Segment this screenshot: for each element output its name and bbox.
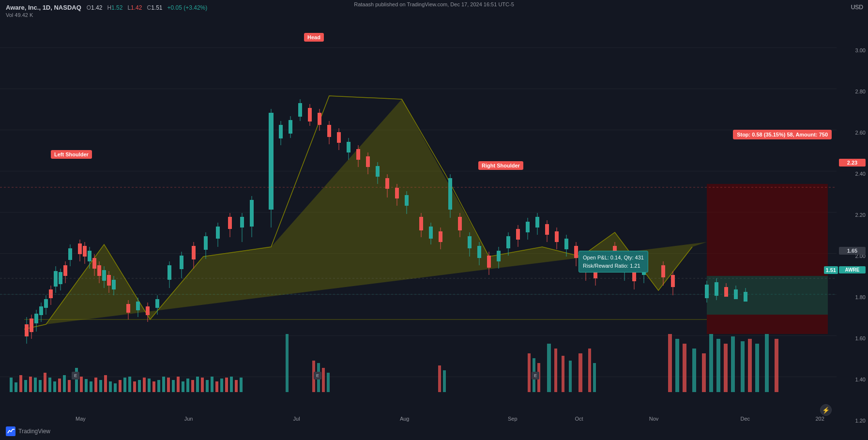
svg-rect-30 [138,380,141,392]
svg-rect-82 [775,339,778,392]
time-jun: Jun [184,416,193,422]
chart-svg [0,24,837,426]
svg-rect-188 [487,256,491,268]
svg-rect-182 [458,217,462,230]
svg-rect-158 [337,132,341,143]
svg-rect-162 [356,149,360,160]
svg-rect-98 [59,272,62,284]
svg-rect-76 [724,344,728,392]
svg-rect-96 [54,271,58,287]
svg-rect-128 [168,265,171,280]
svg-rect-160 [347,142,350,152]
svg-rect-114 [102,270,106,281]
svg-rect-29 [133,381,136,392]
svg-rect-112 [97,265,101,276]
svg-rect-75 [716,339,720,392]
svg-rect-174 [419,217,423,230]
svg-rect-226 [715,282,718,296]
svg-rect-40 [186,379,189,392]
time-may: May [76,416,86,422]
price-badge-2.23: 2.23 [839,159,866,167]
time-sep: Sep [508,416,518,422]
svg-rect-222 [671,275,675,287]
svg-rect-73 [702,353,706,392]
svg-rect-176 [429,227,433,239]
svg-rect-13 [53,381,56,392]
svg-rect-81 [765,334,769,392]
svg-rect-59 [528,353,531,392]
svg-rect-39 [182,381,184,392]
svg-rect-94 [49,289,53,298]
svg-rect-200 [545,224,549,235]
price-1.40: 1.40 [855,377,866,382]
svg-rect-142 [250,200,254,227]
svg-rect-45 [211,377,213,392]
event-marker-1: E [72,372,79,379]
svg-rect-9 [34,378,37,392]
svg-rect-69 [668,334,672,392]
svg-rect-67 [588,349,591,392]
svg-rect-86 [30,319,33,332]
svg-rect-166 [376,166,380,177]
svg-rect-6 [19,375,22,392]
svg-rect-228 [724,287,728,297]
svg-rect-42 [196,377,199,392]
svg-rect-232 [744,292,747,302]
svg-rect-18 [80,377,83,392]
stop-label: Stop: 0.58 (35.15%) 58, Amount: 750 [733,130,832,139]
time-aug: Aug [400,416,410,422]
svg-rect-144 [269,113,274,210]
svg-rect-184 [468,236,472,248]
svg-rect-19 [85,379,88,392]
svg-rect-138 [228,217,232,229]
svg-rect-15 [63,375,66,392]
svg-rect-132 [192,246,196,259]
chart-volume: Vol 49.42 K [6,12,207,18]
svg-rect-80 [755,344,759,392]
price-axis: 3.00 2.80 2.60 2.40 2.20 2.00 1.80 1.60 … [839,15,868,411]
svg-rect-43 [201,378,204,392]
price-badge-1.65: 1.65 [839,247,866,255]
svg-rect-224 [705,285,709,298]
svg-rect-78 [741,341,745,392]
svg-rect-33 [152,381,155,392]
lightning-icon[interactable]: ⚡ [820,404,832,416]
svg-rect-204 [564,239,568,249]
time-nov: Nov [649,416,659,422]
svg-rect-164 [366,156,370,167]
svg-rect-23 [104,375,107,392]
trade-pnl: Open P&L: 0.14, Qty: 431 [583,254,644,262]
time-oct: Oct [575,416,583,422]
svg-rect-100 [63,265,67,276]
tradingview-logo: TradingView [6,426,50,436]
ticker-badge: AWRE [839,266,866,273]
svg-rect-120 [126,304,130,313]
svg-rect-106 [83,246,87,257]
svg-rect-178 [439,231,442,242]
svg-rect-154 [318,113,321,125]
svg-rect-26 [119,380,122,392]
svg-rect-46 [215,381,218,392]
svg-rect-27 [123,378,126,392]
svg-rect-156 [327,125,331,137]
svg-rect-122 [136,302,140,310]
svg-rect-104 [78,243,82,254]
price-2.80: 2.80 [855,89,866,94]
tv-logo-text: TradingView [18,428,50,435]
svg-rect-84 [25,324,29,336]
trade-info-box: Open P&L: 0.14, Qty: 431 Risk/Reward Rat… [579,251,648,273]
svg-rect-20 [90,381,92,392]
event-marker-3: E [532,372,539,379]
svg-rect-48 [225,378,228,392]
svg-rect-8 [29,377,32,392]
chart-container: Rataash published on TradingView.com, De… [0,0,868,440]
svg-rect-50 [235,380,238,392]
svg-rect-90 [39,306,43,315]
price-2.20: 2.20 [855,212,866,218]
svg-rect-4 [10,378,13,392]
svg-rect-79 [748,339,752,392]
svg-rect-51 [240,378,243,392]
time-dec: Dec [740,416,750,422]
svg-rect-180 [448,178,452,210]
svg-rect-130 [180,256,183,269]
